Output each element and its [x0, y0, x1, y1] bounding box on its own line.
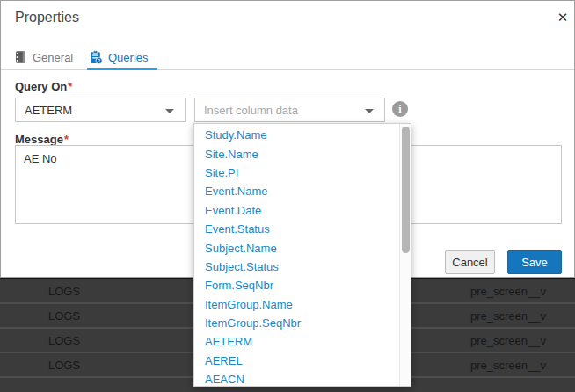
dialog-title: Properties [15, 10, 79, 25]
dropdown-item[interactable]: AETERM [194, 332, 400, 351]
table-cell-log-type: LOGS [48, 359, 80, 372]
cancel-button[interactable]: Cancel [445, 250, 495, 274]
dropdown-item[interactable]: AEACN [194, 370, 400, 387]
tab-general-label: General [33, 51, 73, 64]
save-button[interactable]: Save [507, 250, 562, 274]
tab-queries-label: Queries [108, 51, 149, 64]
query-clipboard-icon: ? [89, 50, 103, 64]
chevron-down-icon [365, 109, 374, 113]
dropdown-item[interactable]: ItemGroup.SeqNbr [194, 314, 400, 332]
table-cell-log-type: LOGS [48, 334, 80, 347]
dropdown-scrollbar[interactable] [399, 124, 411, 386]
dropdown-item[interactable]: Subject.Status [194, 258, 400, 276]
required-asterisk: * [64, 133, 69, 146]
dropdown-item[interactable]: Event.Date [194, 201, 400, 220]
tab-queries[interactable]: ? Queries [89, 47, 149, 68]
table-cell-form-name: pre_screen__v [470, 309, 546, 323]
info-icon[interactable]: i [392, 101, 408, 117]
query-on-label: Query On* [15, 80, 72, 93]
dropdown-item[interactable]: Event.Name [194, 182, 400, 200]
dropdown-item[interactable]: Site.PI [194, 163, 400, 182]
table-cell-log-type: LOGS [48, 285, 80, 298]
dropdown-item[interactable]: Event.Status [194, 220, 400, 238]
active-tab-underline [87, 68, 157, 70]
screen: LOGS ) pre_screen__v LOGS ) pre_screen__… [0, 0, 575, 392]
close-icon[interactable]: ✕ [553, 8, 572, 27]
insert-column-select[interactable]: Insert column data [194, 98, 385, 122]
dropdown-item[interactable]: ItemGroup.Name [194, 295, 400, 314]
table-cell-form-name: pre_screen__v [470, 359, 546, 372]
dropdown-list: Study.NameSite.NameSite.PIEvent.NameEven… [194, 126, 400, 387]
table-cell-form-name: pre_screen__v [470, 285, 546, 298]
message-label: Message* [15, 133, 69, 146]
chevron-down-icon [165, 109, 174, 113]
table-cell-form-name: pre_screen__v [470, 334, 546, 347]
dropdown-item[interactable]: AEREL [194, 352, 400, 370]
required-asterisk: * [68, 80, 72, 93]
dropdown-item[interactable]: Site.Name [194, 144, 400, 163]
notebook-icon [13, 50, 27, 64]
query-on-select[interactable]: AETERM [15, 98, 186, 122]
tab-general[interactable]: General [13, 47, 73, 68]
scrollbar-thumb[interactable] [402, 127, 410, 253]
dropdown-item[interactable]: Form.SeqNbr [194, 276, 400, 294]
svg-text:?: ? [98, 58, 100, 63]
query-on-value: AETERM [25, 104, 72, 117]
column-data-dropdown: Study.NameSite.NameSite.PIEvent.NameEven… [193, 123, 411, 387]
tab-bar: General ? Queries [1, 43, 574, 70]
dropdown-item[interactable]: Study.Name [194, 126, 400, 144]
insert-column-placeholder: Insert column data [204, 104, 298, 117]
table-cell-log-type: LOGS [48, 309, 80, 323]
dropdown-item[interactable]: Subject.Name [194, 238, 400, 257]
